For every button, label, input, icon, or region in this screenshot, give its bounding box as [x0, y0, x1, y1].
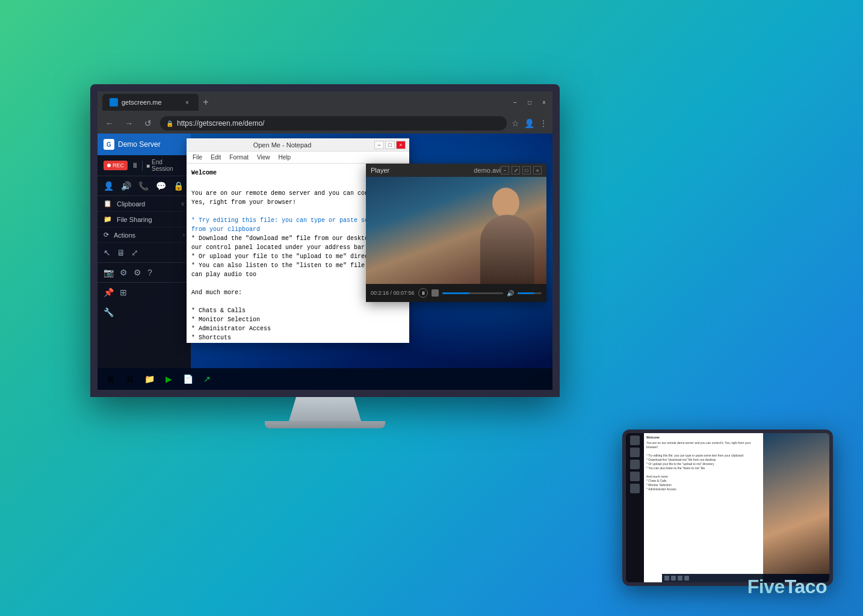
volume-icon[interactable]: 🔊	[121, 181, 131, 191]
video-time: 00:2:16 / 00:07:56	[371, 290, 415, 296]
help-icon[interactable]: ?	[147, 268, 152, 277]
video-controls: 00:2:16 / 00:07:56 ⏸ 🔊	[366, 284, 546, 302]
notepad-line-11: * Full-Screen Mode	[191, 342, 404, 343]
panel-tools-row2: 📷 ⚙ ⚙ ?	[97, 263, 191, 283]
new-tab-button[interactable]: +	[199, 95, 213, 109]
forward-button[interactable]: →	[122, 119, 136, 128]
volume-fill	[518, 292, 534, 294]
extra-icon[interactable]: 🔧	[104, 307, 114, 317]
refresh-button[interactable]: ↺	[141, 119, 155, 128]
panel-title: Demo Server	[118, 140, 161, 149]
panel-controls: REC ⏸ ■ End Session	[97, 155, 191, 176]
progress-bar[interactable]	[442, 292, 503, 294]
pause-button[interactable]: ⏸	[131, 161, 138, 170]
panel-icon-row: 👤 🔊 📞 💬 🔒	[97, 176, 191, 196]
media-player-button[interactable]: ▶	[160, 371, 177, 387]
bookmark-icon[interactable]: ☆	[512, 119, 519, 128]
volume-control-icon[interactable]: 🔊	[507, 290, 514, 297]
notepad-minimize[interactable]: −	[374, 141, 384, 149]
chevron-icon: ∨	[181, 200, 185, 207]
brand-second: Taco	[785, 576, 827, 597]
grid-icon[interactable]: ⊞	[120, 288, 127, 297]
notepad-maximize[interactable]: □	[385, 141, 395, 149]
notes-button[interactable]: 📄	[179, 371, 196, 387]
cursor-icon[interactable]: ↖	[104, 248, 111, 257]
video-window-controls: − ⤢ □ ×	[501, 166, 542, 174]
woman-body	[480, 215, 534, 284]
tablet-body: Welcome You are on our remote demo serve…	[622, 430, 833, 586]
arrow-button[interactable]: ↗	[199, 371, 215, 387]
tablet-taskbar-icon-3	[678, 576, 682, 581]
notepad-format-menu[interactable]: Format	[226, 154, 252, 161]
video-restore[interactable]: ⤢	[512, 166, 520, 174]
notepad-close[interactable]: ×	[396, 141, 406, 149]
clipboard-label: 📋 Clipboard	[104, 200, 145, 208]
notepad-edit-menu[interactable]: Edit	[207, 154, 224, 161]
tablet-panel-icon-2	[630, 448, 640, 457]
menu-icon[interactable]: ⋮	[539, 119, 548, 128]
panel-bottom-row: 📌 ⊞	[97, 283, 191, 302]
file-sharing-menu-item[interactable]: 📁 File Sharing	[97, 212, 191, 227]
tablet-screen: Welcome You are on our remote demo serve…	[626, 433, 829, 582]
maximize-button[interactable]: □	[526, 99, 533, 106]
notepad-title: Open Me - Notepad	[190, 141, 374, 149]
screen-icon[interactable]: 🖥	[117, 248, 125, 257]
settings-icon[interactable]: ⚙	[120, 268, 128, 277]
start-button[interactable]: ⊞	[102, 371, 119, 387]
video-frame	[366, 177, 546, 284]
tablet-notepad-line3: * Or upload your file to the "upload to …	[646, 462, 761, 466]
tablet-device: Welcome You are on our remote demo serve…	[622, 430, 833, 586]
volume-bar[interactable]	[518, 292, 542, 294]
tablet-notepad-content: Welcome You are on our remote demo serve…	[644, 433, 763, 582]
tablet-notepad-line2: * Download the "download me" file from o…	[646, 458, 761, 462]
minimize-button[interactable]: −	[512, 99, 519, 106]
close-button[interactable]: ×	[540, 99, 548, 106]
profile-icon[interactable]: 👤	[524, 119, 534, 128]
browser-titlebar: getscreen.me × + − □ ×	[97, 91, 552, 113]
pin-icon[interactable]: 📌	[104, 288, 114, 297]
brand-first: Five	[747, 576, 785, 597]
clipboard-menu-item[interactable]: 📋 Clipboard ∨	[97, 196, 191, 212]
back-button[interactable]: ←	[102, 119, 117, 128]
monitor-base	[265, 421, 385, 428]
video-minimize[interactable]: −	[501, 166, 509, 174]
tab-close-button[interactable]: ×	[183, 98, 191, 106]
tablet-video-area	[763, 433, 829, 582]
explorer-button[interactable]: 📁	[141, 371, 158, 387]
notepad-help-menu[interactable]: Help	[275, 154, 295, 161]
gear-icon[interactable]: ⚙	[134, 268, 141, 277]
tablet-notepad-title: Welcome	[646, 436, 761, 440]
expand-icon[interactable]: ⤢	[131, 248, 138, 257]
actions-chevron-icon: ›	[183, 232, 185, 238]
play-pause-button[interactable]: ⏸	[418, 288, 428, 298]
video-maximize[interactable]: □	[522, 166, 531, 174]
tablet-panel-icon-3	[630, 460, 640, 469]
stop-button[interactable]	[432, 289, 439, 297]
tablet-panel-icon-4	[630, 472, 640, 481]
video-close[interactable]: ×	[533, 166, 542, 174]
actions-label: ⟳ Actions	[104, 231, 135, 239]
monitor-screen: getscreen.me × + − □ × ← → ↺ 🔒 https://g…	[90, 84, 560, 397]
actions-menu-item[interactable]: ⟳ Actions ›	[97, 227, 191, 243]
camera-icon[interactable]: 📷	[104, 268, 114, 277]
end-session-button[interactable]: ■ End Session	[146, 159, 185, 172]
browser-content: ♻ G Demo Server REC ⏸	[97, 134, 552, 390]
lock-panel-icon[interactable]: 🔒	[173, 181, 184, 191]
notepad-view-menu[interactable]: View	[253, 154, 274, 161]
rec-button[interactable]: REC	[104, 161, 128, 170]
taskview-button[interactable]: ⧉	[122, 371, 138, 387]
notepad-file-menu[interactable]: File	[189, 154, 206, 161]
browser-right-controls: ☆ 👤 ⋮	[512, 119, 548, 128]
phone-icon[interactable]: 📞	[138, 181, 149, 191]
brand-name: FiveTaco	[747, 576, 827, 598]
tablet-taskbar-icon-2	[671, 576, 676, 581]
user-icon[interactable]: 👤	[104, 181, 114, 191]
chat-icon[interactable]: 💬	[156, 181, 166, 191]
tablet-notepad-line8: * Administrator Access	[646, 487, 761, 491]
browser-window: getscreen.me × + − □ × ← → ↺ 🔒 https://g…	[97, 91, 552, 390]
browser-tab[interactable]: getscreen.me ×	[102, 94, 199, 111]
notepad-menubar: File Edit Format View Help	[187, 152, 409, 164]
address-bar[interactable]: 🔒 https://getscreen.me/demo/	[160, 116, 507, 131]
notepad-line-7: * Chats & Calls	[191, 306, 404, 315]
video-player[interactable]: Player demo.avi − ⤢ □ ×	[366, 164, 546, 302]
